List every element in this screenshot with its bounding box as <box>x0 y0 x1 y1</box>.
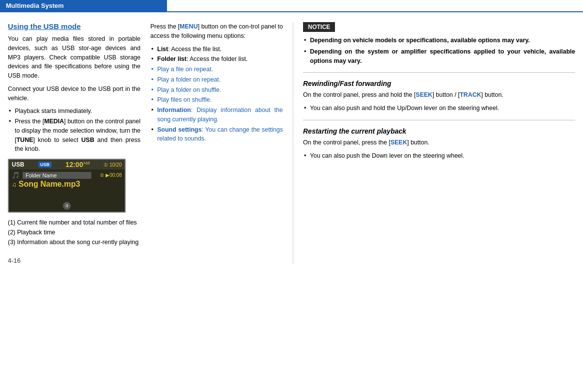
section-divider-2 <box>303 120 575 120</box>
rewinding-bullet-1: You can also push and hold the Up/Down l… <box>303 104 575 113</box>
caption-2: (2) Playback time <box>8 227 140 237</box>
notice-bullets: Depending on vehicle models or specifica… <box>303 36 575 65</box>
left-column: Using the USB mode You can play media fi… <box>8 22 150 264</box>
restarting-bullet-1: You can also push the Down lever on the … <box>303 151 575 161</box>
menu-options-list: List: Access the file list. Folder list:… <box>150 45 283 144</box>
usb-track-area: 🎵 Folder Name ② ▶00:08 ♫ Song Name.mp3 ③ <box>9 169 125 191</box>
menu-information: Information: Display information about t… <box>150 106 283 124</box>
usb-folder-row: 🎵 Folder Name ② ▶00:08 <box>12 171 122 179</box>
usb-song-row: ♫ Song Name.mp3 <box>12 180 122 189</box>
section-divider-1 <box>303 72 575 73</box>
usb-folder-name: Folder Name <box>23 172 91 179</box>
usb-track-num: ② ▶00:08 <box>100 172 122 178</box>
usb-bullet-list: Playback starts immediately. Press the [… <box>8 107 140 154</box>
menu-intro: Press the [MENU] button on the con-trol … <box>150 22 283 41</box>
rewinding-para: On the control panel, press and hold the… <box>303 90 575 100</box>
usb-date: ① 10/20 <box>104 162 122 168</box>
right-column: NOTICE Depending on vehicle models or sp… <box>293 22 575 264</box>
middle-column: Press the [MENU] button on the con-trol … <box>150 22 293 264</box>
notice-label: NOTICE <box>303 22 335 32</box>
menu-play-shuffle-folder: Play a folder on shuffle. <box>150 85 283 95</box>
menu-play-repeat-file: Play a file on repeat. <box>150 65 283 74</box>
usb-circle-3: ③ <box>63 202 71 210</box>
caption-3: (3) Information about the song cur-rentl… <box>8 237 140 247</box>
restarting-para: On the control panel, press the [SEEK] b… <box>303 138 575 147</box>
usb-intro-para1: You can play media files stored in porta… <box>8 34 140 81</box>
usb-music-icon: ♫ <box>12 181 17 188</box>
usb-badge: USB <box>38 162 52 168</box>
usb-label: USB <box>12 161 24 168</box>
section-title-usb: Using the USB mode <box>8 22 140 30</box>
restarting-bullets: You can also push the Down lever on the … <box>303 151 575 161</box>
notice-item-2: Depending on the system or amplifier spe… <box>303 47 575 66</box>
usb-time-display: 12:00AM <box>65 161 89 168</box>
menu-play-repeat-folder: Play a folder on repeat. <box>150 75 283 84</box>
usb-folder-icon: 🎵 <box>12 171 20 179</box>
header-bar: Multimedia System <box>0 0 167 11</box>
list-item-playback: Playback starts immediately. <box>8 107 140 116</box>
rewinding-bullets: You can also push and hold the Up/Down l… <box>303 104 575 113</box>
page-number: 4-16 <box>8 257 140 264</box>
usb-screen-mockup: USB USB 12:00AM ① 10/20 🎵 Folder Name ② … <box>8 159 126 213</box>
menu-sound-settings: Sound settings: You can change the setti… <box>150 125 283 144</box>
menu-folder-list: Folder list: Access the folder list. <box>150 55 283 64</box>
notice-item-1: Depending on vehicle models or specifica… <box>303 36 575 45</box>
list-item-media: Press the [MEDIA] button on the control … <box>8 117 140 154</box>
section-rewinding-title: Rewinding/Fast forwarding <box>303 80 575 87</box>
usb-song-name: Song Name.mp3 <box>19 180 80 189</box>
caption-1: (1) Current file number and total number… <box>8 218 140 227</box>
menu-play-shuffle-files: Play files on shuffle. <box>150 95 283 105</box>
header-title: Multimedia System <box>6 2 64 9</box>
caption-list: (1) Current file number and total number… <box>8 218 140 247</box>
usb-intro-para2: Connect your USB device to the USB port … <box>8 84 140 103</box>
usb-top-bar: USB USB 12:00AM ① 10/20 <box>9 160 125 169</box>
section-restarting-title: Restarting the current playback <box>303 127 575 135</box>
menu-list: List: Access the file list. <box>150 45 283 54</box>
page-layout: Using the USB mode You can play media fi… <box>0 12 583 274</box>
